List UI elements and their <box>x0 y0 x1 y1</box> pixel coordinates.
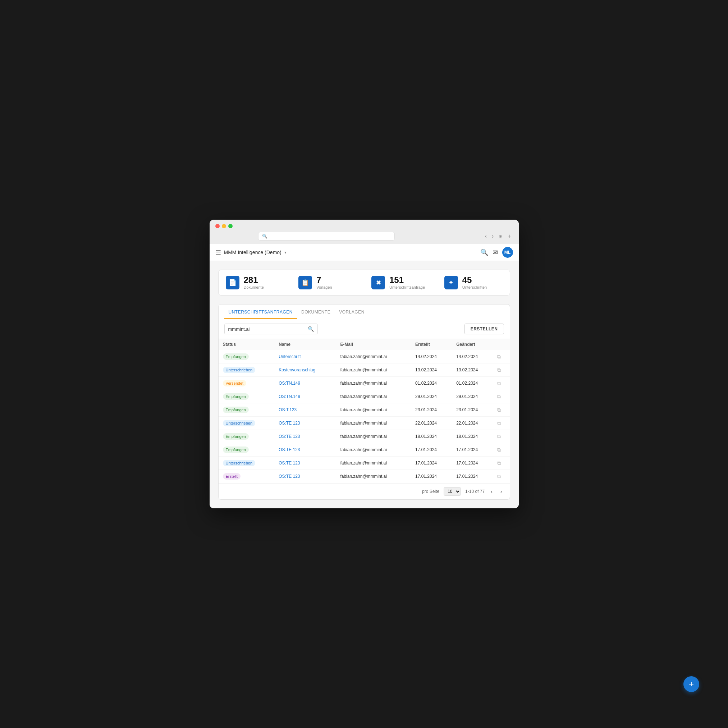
cell-geaendert: 29.01.2024 <box>452 390 493 403</box>
unterschriftsanfrage-icon: ✖ <box>372 276 385 289</box>
cell-email: fabian.zahn@mmmint.ai <box>336 390 411 403</box>
pagination-prev-button[interactable]: ‹ <box>489 488 494 495</box>
name-link[interactable]: OS:TE 123 <box>278 460 300 466</box>
name-link[interactable]: OS:TN.149 <box>278 394 300 399</box>
cell-name: OS:TE 123 <box>274 470 336 483</box>
external-link-icon[interactable]: ⧉ <box>497 460 501 466</box>
name-link[interactable]: OS:TE 123 <box>278 421 300 426</box>
table-row: Erstellt OS:TE 123 fabian.zahn@mmmint.ai… <box>219 470 510 483</box>
cell-status: Unterschrieben <box>219 364 275 377</box>
cell-name: OS:TN.149 <box>274 377 336 390</box>
traffic-light-red[interactable] <box>215 224 220 228</box>
search-icon[interactable]: 🔍 <box>480 248 488 256</box>
col-header-erstellt: Erstellt <box>411 339 452 350</box>
table-row: Versendet OS:TN.149 fabian.zahn@mmmint.a… <box>219 377 510 390</box>
tab-dokumente[interactable]: DOKUMENTE <box>297 304 335 319</box>
external-link-icon[interactable]: ⧉ <box>497 354 501 359</box>
tabs-bar: UNTERSCHRIFTSANFRAGEN DOKUMENTE VORLAGEN <box>219 304 510 319</box>
stat-number-unterschriftsanfrage: 151 <box>389 276 425 284</box>
external-link-icon[interactable]: ⧉ <box>497 474 501 479</box>
cell-status: Empfangen <box>219 403 275 417</box>
fab-button[interactable]: + <box>684 676 699 692</box>
stat-label-vorlagen: Vorlagen <box>317 285 332 289</box>
name-link[interactable]: OS:TE 123 <box>278 447 300 452</box>
table-row: Empfangen OS:T.123 fabian.zahn@mmmint.ai… <box>219 403 510 417</box>
stat-number-dokumente: 281 <box>244 276 264 284</box>
cell-action: ⧉ <box>493 390 509 403</box>
nav-forward-button[interactable]: › <box>490 232 496 240</box>
cell-email: fabian.zahn@mmmint.ai <box>336 470 411 483</box>
cell-name: OS:TE 123 <box>274 417 336 430</box>
col-header-status: Status <box>219 339 275 350</box>
status-badge: Unterschrieben <box>223 460 255 466</box>
cell-action: ⧉ <box>493 417 509 430</box>
stat-card-unterschriftsanfrage[interactable]: ✖ 151 Unterschriftsanfrage <box>364 270 437 295</box>
per-page-select[interactable]: 10 25 50 <box>444 487 461 496</box>
cell-status: Empfangen <box>219 350 275 364</box>
table-row: Unterschrieben OS:TE 123 fabian.zahn@mmm… <box>219 417 510 430</box>
name-link[interactable]: OS:T.123 <box>278 407 297 412</box>
cell-geaendert: 18.01.2024 <box>452 430 493 443</box>
stat-card-unterschriften[interactable]: ✦ 45 Unterschriften <box>437 270 510 295</box>
cell-erstellt: 13.02.2024 <box>411 364 452 377</box>
dokumente-icon: 📄 <box>226 276 239 289</box>
name-link[interactable]: Kostenvoranschlag <box>278 367 315 372</box>
cell-status: Versendet <box>219 377 275 390</box>
stat-card-dokumente[interactable]: 📄 281 Dokumente <box>219 270 292 295</box>
external-link-icon[interactable]: ⧉ <box>497 420 501 426</box>
external-link-icon[interactable]: ⧉ <box>497 367 501 373</box>
external-link-icon[interactable]: ⧉ <box>497 434 501 439</box>
cell-status: Empfangen <box>219 443 275 457</box>
cell-erstellt: 17.01.2024 <box>411 470 452 483</box>
external-link-icon[interactable]: ⧉ <box>497 380 501 386</box>
cell-name: Unterschrift <box>274 350 336 364</box>
external-link-icon[interactable]: ⧉ <box>497 407 501 413</box>
unterschriften-icon: ✦ <box>444 276 458 289</box>
table-search-box[interactable]: 🔍 <box>224 324 318 334</box>
cell-email: fabian.zahn@mmmint.ai <box>336 457 411 470</box>
cell-action: ⧉ <box>493 443 509 457</box>
hamburger-menu-icon[interactable]: ☰ <box>215 248 221 256</box>
name-link[interactable]: OS:TE 123 <box>278 434 300 439</box>
nav-back-button[interactable]: ‹ <box>483 232 489 240</box>
cell-erstellt: 23.01.2024 <box>411 403 452 417</box>
vorlagen-icon: 📋 <box>298 276 312 289</box>
external-link-icon[interactable]: ⧉ <box>497 394 501 399</box>
new-tab-button[interactable]: ⊞ <box>497 233 505 240</box>
col-header-geaendert: Geändert <box>452 339 493 350</box>
stat-label-unterschriften: Unterschriften <box>462 285 487 289</box>
cell-name: OS:TN.149 <box>274 390 336 403</box>
table-toolbar: 🔍 ERSTELLEN <box>219 319 510 339</box>
stat-number-unterschriften: 45 <box>462 276 487 284</box>
table-search-input[interactable] <box>228 326 305 332</box>
cell-geaendert: 01.02.2024 <box>452 377 493 390</box>
cell-action: ⧉ <box>493 470 509 483</box>
col-header-actions <box>493 339 509 350</box>
cell-geaendert: 17.01.2024 <box>452 457 493 470</box>
add-tab-button[interactable]: + <box>506 232 513 240</box>
tab-vorlagen[interactable]: VORLAGEN <box>335 304 369 319</box>
pagination-next-button[interactable]: › <box>499 488 504 495</box>
table-search-icon: 🔍 <box>308 326 314 332</box>
name-link[interactable]: OS:TN.149 <box>278 381 300 386</box>
traffic-light-yellow[interactable] <box>222 224 226 228</box>
cell-email: fabian.zahn@mmmint.ai <box>336 403 411 417</box>
name-link[interactable]: OS:TE 123 <box>278 474 300 479</box>
status-badge: Empfangen <box>223 433 249 440</box>
status-badge: Empfangen <box>223 353 249 360</box>
name-link[interactable]: Unterschrift <box>278 354 301 359</box>
tab-unterschriftsanfragen[interactable]: UNTERSCHRIFTSANFRAGEN <box>224 304 297 319</box>
cell-geaendert: 17.01.2024 <box>452 443 493 457</box>
create-button[interactable]: ERSTELLEN <box>465 324 504 334</box>
avatar[interactable]: ML <box>502 247 513 258</box>
traffic-light-green[interactable] <box>228 224 232 228</box>
data-table: Status Name E-Mail Erstellt Geändert Emp… <box>219 339 510 483</box>
cell-status: Empfangen <box>219 430 275 443</box>
mail-icon[interactable]: ✉ <box>492 248 498 256</box>
cell-action: ⧉ <box>493 457 509 470</box>
cell-geaendert: 14.02.2024 <box>452 350 493 364</box>
stat-card-vorlagen[interactable]: 📋 7 Vorlagen <box>291 270 364 295</box>
browser-address-bar[interactable]: 🔍 <box>258 232 395 240</box>
app-title-dropdown-icon[interactable]: ▾ <box>284 250 286 255</box>
external-link-icon[interactable]: ⧉ <box>497 447 501 453</box>
